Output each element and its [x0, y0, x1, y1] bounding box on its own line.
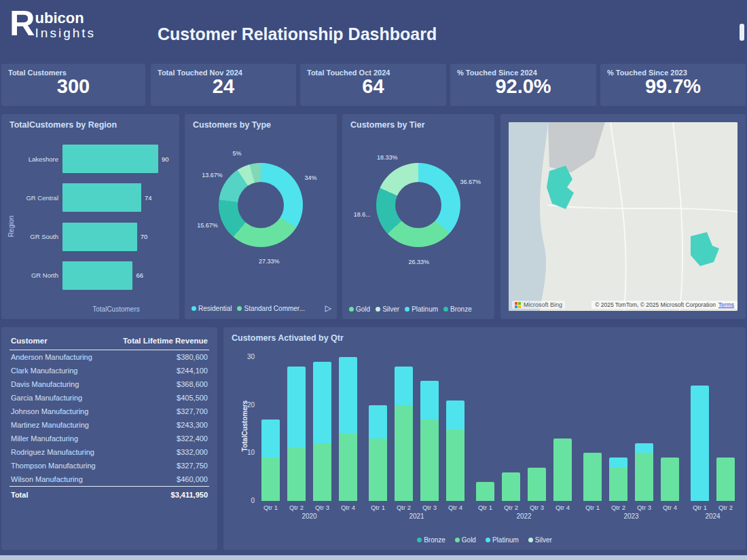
terms-link[interactable]: Terms	[718, 301, 734, 308]
stacked-bar[interactable]	[476, 482, 494, 501]
legend-item[interactable]: Gold	[349, 305, 370, 313]
bar-row: GR South70	[20, 222, 174, 252]
stacked-bar[interactable]	[609, 458, 627, 501]
table-row[interactable]: Clark Manufacturing$244,100	[10, 364, 209, 377]
bar-segment-gold[interactable]	[476, 482, 494, 501]
column-header-customer[interactable]: Customer	[10, 334, 109, 350]
stacked-bar[interactable]	[553, 438, 572, 501]
legend-item[interactable]: Bronze	[443, 305, 472, 313]
legend-item[interactable]: Platinum	[405, 305, 438, 313]
legend-label: Bronze	[424, 536, 445, 544]
bar[interactable]	[62, 261, 132, 290]
table-row[interactable]: Anderson Manufacturing$380,600	[10, 350, 209, 365]
bar-segment-gold[interactable]	[369, 438, 387, 501]
bar-segment-gold[interactable]	[635, 453, 653, 501]
donut-chart-type: 34%27.33%15.67%13.67%5%	[193, 145, 329, 272]
table-row[interactable]: Martinez Manufacturing$243,300	[10, 418, 209, 432]
stacked-bar[interactable]	[691, 386, 709, 501]
legend-item[interactable]: Silver	[528, 536, 552, 544]
stacked-bar[interactable]	[661, 458, 679, 501]
bar-segment-gold[interactable]	[609, 468, 627, 501]
bar-segment-platinum[interactable]	[313, 362, 331, 443]
scrollbar-thumb[interactable]	[740, 24, 744, 41]
legend-expand-icon[interactable]: ▷	[325, 303, 331, 313]
legend-item[interactable]: Gold	[455, 536, 476, 544]
bar-segment-gold[interactable]	[553, 438, 572, 501]
stacked-bar[interactable]	[339, 357, 357, 501]
bar-segment-platinum[interactable]	[369, 405, 387, 438]
bar-segment-gold[interactable]	[583, 453, 602, 501]
stacked-bar[interactable]	[528, 468, 546, 501]
table-row[interactable]: Thompson Manufacturing$327,750	[10, 459, 209, 472]
legend: GoldSilverPlatinumBronze	[349, 305, 489, 313]
table-row[interactable]: Wilson Manufacturing$460,000	[10, 472, 209, 487]
donut-chart[interactable]	[376, 163, 460, 247]
quarter-group: Qtr 1Qtr 2Qtr 3Qtr 42020	[261, 357, 357, 520]
bar-segment-gold[interactable]	[287, 448, 306, 501]
legend-item[interactable]: Standard Commer...	[237, 305, 304, 312]
stacked-bar[interactable]	[395, 367, 413, 501]
column-header-revenue[interactable]: Total Lifetime Revenue	[109, 334, 209, 350]
bar-segment-platinum[interactable]	[420, 381, 439, 419]
stacked-bar[interactable]	[313, 362, 331, 501]
stacked-bar[interactable]	[287, 367, 306, 501]
category-label: GR South	[20, 233, 62, 240]
stacked-bar[interactable]	[502, 472, 520, 501]
year-label: 2023	[623, 512, 638, 520]
bar-segment-gold[interactable]	[420, 419, 439, 501]
bar[interactable]	[62, 145, 158, 173]
legend-item[interactable]: Silver	[376, 305, 399, 313]
legend-item[interactable]: Bronze	[417, 536, 445, 544]
bar-segment-gold[interactable]	[716, 458, 735, 501]
bar-segment-platinum[interactable]	[261, 419, 280, 458]
legend-item[interactable]: Residential	[192, 305, 232, 312]
stacked-bar[interactable]	[420, 381, 439, 501]
chart-title: TotalCustomers by Region	[1, 114, 179, 130]
table-row[interactable]: Miller Manufacturing$322,400	[10, 432, 209, 445]
table-row[interactable]: Rodriguez Manufacturing$332,000	[10, 445, 209, 459]
bar-segment-gold[interactable]	[446, 429, 464, 501]
bar-segment-platinum[interactable]	[287, 367, 306, 448]
bar-segment-platinum[interactable]	[635, 443, 653, 453]
bar-segment-platinum[interactable]	[339, 357, 357, 434]
customer-name: Martinez Manufacturing	[10, 418, 109, 432]
stacked-bar[interactable]	[261, 419, 280, 501]
legend-item[interactable]: Platinum	[486, 536, 519, 544]
bar-segment-platinum[interactable]	[691, 386, 709, 501]
bar-segment-platinum[interactable]	[395, 367, 413, 405]
customer-revenue: $368,600	[109, 377, 209, 391]
bing-map[interactable]: Microsoft Bing © 2025 TomTom, © 2025 Mic…	[509, 122, 737, 311]
bar-segment-gold[interactable]	[313, 443, 331, 501]
bar-segment-gold[interactable]	[339, 434, 357, 501]
kpi-card-touched-nov-2024[interactable]: Total Touched Nov 2024 24	[151, 64, 296, 106]
quarter-group: Qtr 1Qtr 2Qtr 3Qtr 42022	[476, 357, 572, 520]
stacked-bar[interactable]	[635, 443, 653, 501]
stacked-bar[interactable]	[446, 400, 464, 501]
bar-segment-platinum[interactable]	[609, 458, 627, 467]
stacked-bar[interactable]	[369, 405, 387, 501]
bar-segment-platinum[interactable]	[446, 400, 464, 429]
bar-segment-gold[interactable]	[528, 468, 546, 501]
bar-segment-gold[interactable]	[661, 458, 679, 501]
bar[interactable]	[62, 223, 137, 251]
kpi-value: 24	[151, 75, 296, 98]
table-row[interactable]: Johnson Manufacturing$327,700	[10, 405, 209, 418]
kpi-card-pct-touched-2024[interactable]: % Touched Since 2024 92.0%	[450, 64, 596, 106]
kpi-card-total-customers[interactable]: Total Customers 300	[1, 64, 145, 106]
donut-chart[interactable]	[219, 163, 303, 247]
kpi-card-touched-oct-2024[interactable]: Total Touched Oct 2024 64	[300, 64, 446, 106]
legend: ResidentialStandard Commer... ▷	[192, 303, 331, 313]
customers-by-tier-panel: Customers by Tier 36.67%26.33%18.6...18.…	[342, 114, 494, 319]
table-row[interactable]: Garcia Manufacturing$405,500	[10, 391, 209, 405]
kpi-card-pct-touched-2023[interactable]: % Touched Since 2023 99.7%	[600, 64, 746, 106]
bar-segment-gold[interactable]	[502, 472, 520, 501]
bar-segment-gold[interactable]	[395, 405, 413, 501]
stacked-bar[interactable]	[583, 453, 602, 501]
segment-label: 18.33%	[377, 154, 398, 161]
quarter-label: Qtr 2	[716, 504, 735, 511]
customer-name: Garcia Manufacturing	[10, 391, 109, 405]
bar[interactable]	[62, 183, 141, 212]
table-row[interactable]: Davis Manufacturing$368,600	[10, 377, 209, 391]
bar-segment-gold[interactable]	[261, 458, 280, 501]
stacked-bar[interactable]	[716, 458, 735, 501]
